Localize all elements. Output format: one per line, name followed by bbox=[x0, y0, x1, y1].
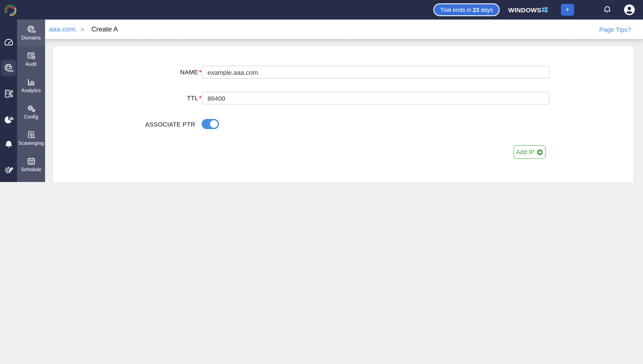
trial-text: Trial ends in bbox=[440, 6, 473, 13]
sidebar-item-label: Audit bbox=[26, 62, 37, 67]
sidebar-item-label: Domains bbox=[22, 35, 41, 41]
sidebar-item-label: Config bbox=[24, 114, 38, 120]
user-avatar[interactable] bbox=[623, 4, 635, 16]
bar-chart-icon bbox=[26, 77, 36, 87]
add-ip-label: Add IP bbox=[516, 149, 534, 156]
gear-wrench-icon bbox=[3, 164, 14, 175]
sidebar-item-reports[interactable] bbox=[0, 106, 17, 132]
svg-text:DNS: DNS bbox=[8, 69, 14, 72]
content-area: NAME* TTL* ASSOCIATE PTR Add IP Record(s… bbox=[45, 39, 643, 182]
dashboard-icon bbox=[3, 37, 14, 48]
breadcrumb-zone-link[interactable]: aaa.com. bbox=[49, 26, 77, 33]
add-ip-button[interactable]: Add IP bbox=[513, 145, 546, 159]
associate-ptr-toggle[interactable] bbox=[201, 119, 219, 129]
sidebar-item-config[interactable]: Config bbox=[17, 98, 45, 125]
associate-ptr-label: ASSOCIATE PTR bbox=[93, 121, 195, 128]
sidebar-item-dashboard[interactable] bbox=[0, 30, 17, 55]
os-label: WINDOWS bbox=[508, 0, 541, 20]
name-input[interactable] bbox=[201, 66, 549, 78]
alert-bell-icon bbox=[3, 139, 14, 150]
toggle-knob bbox=[210, 120, 218, 128]
globe-com-icon: COM bbox=[26, 25, 36, 34]
name-label: NAME* bbox=[100, 69, 201, 76]
app-window: Trial ends in 23 days WINDOWS + bbox=[0, 0, 643, 182]
page-title: Create A bbox=[91, 26, 118, 33]
page-tips-link[interactable]: Page Tips? bbox=[599, 26, 631, 33]
ttl-label: TTL* bbox=[100, 95, 201, 102]
sidebar-item-label: Analytics bbox=[21, 88, 41, 94]
plus-circle-icon bbox=[537, 149, 543, 155]
sidebar-item-alerts[interactable] bbox=[0, 132, 17, 157]
sidebar-item-audit[interactable]: Audit bbox=[17, 46, 45, 72]
sidebar-item-ipam[interactable] bbox=[0, 81, 17, 106]
trial-text-suffix: days bbox=[479, 6, 493, 13]
brand-logo-icon bbox=[3, 2, 18, 18]
document-search-icon bbox=[26, 130, 36, 140]
sidebar-item-scavenging[interactable]: Scavenging bbox=[17, 125, 45, 151]
breadcrumb-bar: aaa.com. > Create A Page Tips? bbox=[45, 20, 643, 39]
windows-logo-icon bbox=[541, 6, 549, 14]
add-button[interactable]: + bbox=[561, 4, 574, 16]
create-record-card: NAME* TTL* ASSOCIATE PTR Add IP Record(s… bbox=[53, 46, 634, 182]
notifications-bell-icon[interactable] bbox=[603, 5, 612, 14]
top-bar: Trial ends in 23 days WINDOWS + bbox=[0, 0, 643, 20]
audit-log-icon bbox=[26, 51, 36, 61]
breadcrumb-separator: > bbox=[81, 26, 84, 33]
pie-report-icon bbox=[3, 114, 14, 124]
gears-icon bbox=[26, 104, 36, 114]
selected-tile: DNS bbox=[1, 60, 16, 76]
required-asterisk: * bbox=[199, 95, 201, 102]
sidebar-item-settings[interactable] bbox=[0, 157, 17, 182]
sidebar-item-dns[interactable]: DNS bbox=[0, 55, 17, 81]
trial-days: 23 bbox=[473, 6, 479, 13]
sidebar-item-analytics[interactable]: Analytics bbox=[17, 72, 45, 98]
svg-text:COM: COM bbox=[30, 30, 36, 33]
secondary-sidebar: COM Domains Audit Analytics bbox=[17, 20, 45, 182]
sidebar-item-label: Schedule bbox=[21, 167, 41, 172]
sidebar-item-schedule[interactable]: Schedule bbox=[17, 151, 45, 178]
dns-globe-icon: DNS bbox=[3, 63, 14, 73]
sidebar-item-label: Scavenging bbox=[18, 140, 44, 146]
ttl-input[interactable] bbox=[201, 92, 549, 104]
trial-banner[interactable]: Trial ends in 23 days bbox=[433, 4, 500, 16]
ipam-tree-icon bbox=[3, 88, 14, 99]
calendar-icon bbox=[26, 156, 36, 166]
required-asterisk: * bbox=[199, 69, 201, 76]
sidebar-item-domains[interactable]: COM Domains bbox=[17, 20, 45, 46]
primary-sidebar: DNS bbox=[0, 20, 17, 182]
